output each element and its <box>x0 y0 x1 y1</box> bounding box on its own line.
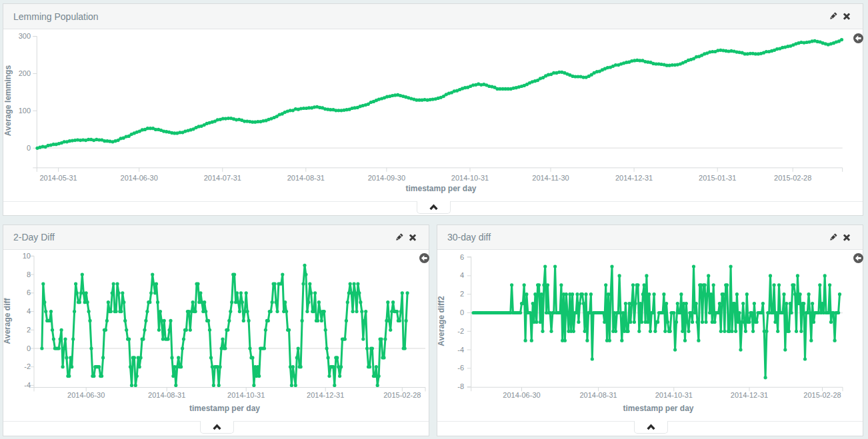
svg-text:2014-10-31: 2014-10-31 <box>227 391 265 399</box>
svg-text:8: 8 <box>27 270 31 278</box>
svg-text:200: 200 <box>19 69 31 77</box>
svg-text:2015-02-28: 2015-02-28 <box>383 391 421 399</box>
svg-text:6: 6 <box>27 288 31 296</box>
svg-text:-6: -6 <box>457 364 464 372</box>
svg-text:2014-08-31: 2014-08-31 <box>287 174 325 182</box>
svg-text:100: 100 <box>19 107 31 115</box>
svg-text:0: 0 <box>27 344 31 352</box>
svg-text:2: 2 <box>27 326 31 334</box>
svg-text:4: 4 <box>27 307 31 315</box>
svg-text:6: 6 <box>460 253 464 261</box>
svg-text:2014-10-31: 2014-10-31 <box>655 391 693 399</box>
svg-text:-2: -2 <box>457 327 464 335</box>
svg-text:-2: -2 <box>24 362 31 370</box>
svg-text:2015-02-28: 2015-02-28 <box>803 391 841 399</box>
svg-text:-4: -4 <box>457 346 464 354</box>
svg-text:2014-10-31: 2014-10-31 <box>451 174 489 182</box>
svg-text:2014-12-31: 2014-12-31 <box>615 174 653 182</box>
svg-text:2014-09-30: 2014-09-30 <box>368 174 405 182</box>
svg-text:2014-11-30: 2014-11-30 <box>532 174 569 182</box>
svg-text:2014-06-30: 2014-06-30 <box>503 391 540 399</box>
svg-text:-4: -4 <box>24 381 31 389</box>
svg-text:2014-05-31: 2014-05-31 <box>39 174 77 182</box>
svg-text:2014-08-31: 2014-08-31 <box>148 391 185 399</box>
svg-text:-8: -8 <box>457 382 464 390</box>
svg-text:2014-12-31: 2014-12-31 <box>731 391 768 399</box>
svg-text:4: 4 <box>460 271 464 279</box>
svg-text:2014-12-31: 2014-12-31 <box>307 391 344 399</box>
svg-text:2014-07-31: 2014-07-31 <box>204 174 241 182</box>
svg-text:timestamp per day: timestamp per day <box>405 184 476 193</box>
svg-text:300: 300 <box>19 32 31 40</box>
svg-text:2015-01-31: 2015-01-31 <box>699 174 736 182</box>
svg-text:0: 0 <box>27 144 31 152</box>
svg-text:0: 0 <box>460 308 464 316</box>
svg-text:2014-08-31: 2014-08-31 <box>579 391 617 399</box>
svg-text:2014-06-30: 2014-06-30 <box>121 174 158 182</box>
svg-text:timestamp per day: timestamp per day <box>623 404 693 413</box>
svg-text:10: 10 <box>23 252 31 260</box>
svg-text:2: 2 <box>460 290 464 298</box>
svg-text:2014-06-30: 2014-06-30 <box>67 391 105 399</box>
svg-text:2015-02-28: 2015-02-28 <box>774 174 811 182</box>
svg-text:timestamp per day: timestamp per day <box>189 404 260 413</box>
